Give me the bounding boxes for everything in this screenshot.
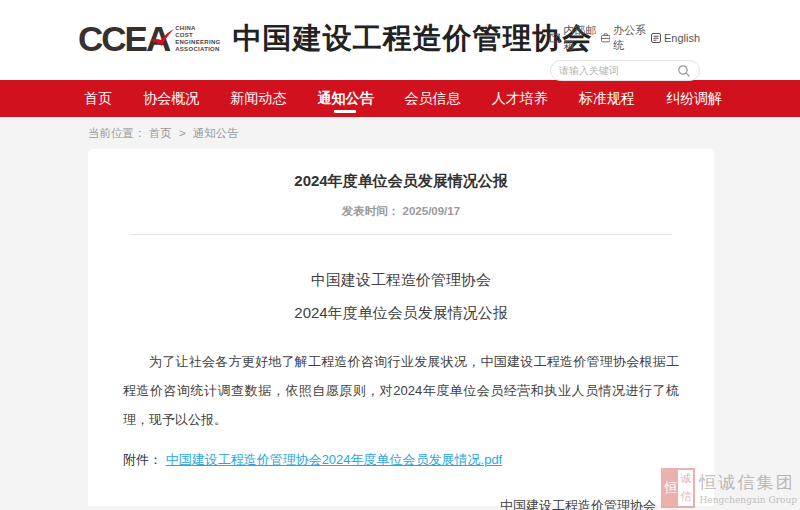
attachment-pdf-link[interactable]: 中国建设工程造价管理协会2024年度单位会员发展情况.pdf — [166, 452, 503, 467]
nav-items: 首页 协会概况 新闻动态 通知公告 会员信息 人才培养 标准规程 纠纷调解 — [0, 80, 800, 117]
watermark-company-en: Hengchengxin Group — [699, 495, 797, 505]
search-icon[interactable] — [677, 64, 691, 78]
breadcrumb-separator: > — [179, 127, 186, 139]
globe-icon — [651, 33, 661, 43]
search-box — [550, 60, 700, 81]
page: CCEA CHINA COST ENGINEERING ASSOCIATION … — [0, 0, 800, 510]
main-nav: 首页 协会概况 新闻动态 通知公告 会员信息 人才培养 标准规程 纠纷调解 — [0, 80, 800, 117]
header-utilities: 内部邮箱 办公系统 — [550, 23, 700, 81]
office-icon — [601, 33, 610, 43]
nav-item-notices[interactable]: 通知公告 — [317, 80, 373, 117]
breadcrumb-prefix: 当前位置： — [88, 127, 146, 139]
breadcrumb-home[interactable]: 首页 — [149, 127, 172, 139]
signature-block: 中国建设工程造价管理协会 2025年9月17日 — [500, 497, 656, 510]
logo-subtext: CHINA COST ENGINEERING ASSOCIATION — [175, 25, 220, 53]
site-logo[interactable]: CCEA CHINA COST ENGINEERING ASSOCIATION … — [78, 17, 593, 61]
nav-item-training[interactable]: 人才培养 — [492, 80, 548, 117]
nav-item-standards[interactable]: 标准规程 — [579, 80, 635, 117]
logo-swoosh-icon — [149, 27, 175, 49]
nav-item-dispute[interactable]: 纠纷调解 — [666, 80, 722, 117]
watermark-company-cn: 恒诚信集团 — [699, 471, 797, 494]
document-org-line: 中国建设工程造价管理协会 — [88, 271, 714, 290]
hengchengxin-watermark: 恒 诚 信 恒诚信集团 Hengchengxin Group — [661, 468, 797, 508]
breadcrumb-notices[interactable]: 通知公告 — [193, 127, 239, 139]
search-input[interactable] — [559, 65, 677, 76]
breadcrumb: 当前位置： 首页 > 通知公告 — [88, 126, 800, 141]
nav-item-home[interactable]: 首页 — [84, 80, 112, 117]
article-title: 2024年度单位会员发展情况公报 — [88, 172, 714, 191]
envelope-icon — [550, 33, 560, 43]
nav-item-about[interactable]: 协会概况 — [143, 80, 199, 117]
site-title: 中国建设工程造价管理协会 — [233, 19, 593, 59]
document-title-line: 2024年度单位会员发展情况公报 — [88, 304, 714, 323]
nav-item-members[interactable]: 会员信息 — [405, 80, 461, 117]
divider — [130, 234, 672, 235]
office-system-link[interactable]: 办公系统 — [601, 23, 651, 53]
ccea-logo-text: CCEA — [78, 17, 169, 61]
seal-icon: 恒 诚 信 — [661, 468, 695, 508]
english-link[interactable]: English — [651, 32, 700, 44]
attachment-label: 附件： — [123, 452, 162, 467]
internal-mail-link[interactable]: 内部邮箱 — [550, 23, 601, 53]
attachment-row: 附件： 中国建设工程造价管理协会2024年度单位会员发展情况.pdf — [123, 451, 679, 469]
publish-date: 发表时间： 2025/09/17 — [88, 204, 714, 219]
article-paragraph: 为了让社会各方更好地了解工程造价咨询行业发展状况，中国建设工程造价管理协会根据工… — [123, 347, 679, 434]
signature-name: 中国建设工程造价管理协会 — [500, 497, 656, 510]
article-card: 2024年度单位会员发展情况公报 发表时间： 2025/09/17 中国建设工程… — [88, 149, 714, 506]
site-header: CCEA CHINA COST ENGINEERING ASSOCIATION … — [0, 0, 800, 80]
quick-links: 内部邮箱 办公系统 — [550, 23, 700, 53]
nav-item-news[interactable]: 新闻动态 — [230, 80, 286, 117]
